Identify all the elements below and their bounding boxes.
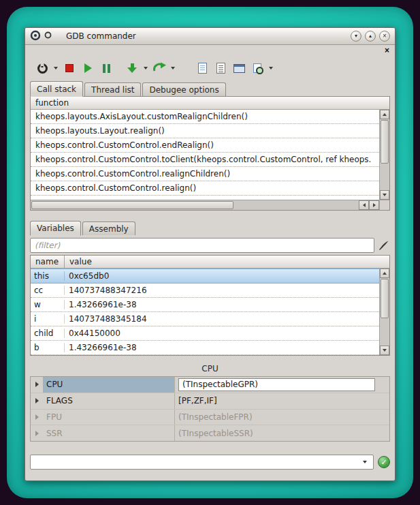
call-stack-row[interactable]: kheops.layouts.AxisLayout.customRealignC… <box>31 110 379 124</box>
middle-tab-bar: Variables Assembly <box>25 220 395 235</box>
stop-button[interactable] <box>61 59 78 78</box>
chevron-down-icon <box>363 461 367 463</box>
call-stack-row[interactable]: kheops.control.CustomControl.realignChil… <box>31 167 379 181</box>
chevron-right-icon <box>35 382 39 387</box>
call-stack-row[interactable]: kheops.control.CustomControl.endRealign(… <box>31 138 379 153</box>
scroll-down-button[interactable] <box>380 190 389 200</box>
scroll-right-button[interactable] <box>369 200 379 210</box>
step-over-button[interactable] <box>150 59 168 78</box>
variable-row[interactable]: this 0xc65db0 <box>31 269 379 284</box>
power-dropdown[interactable] <box>52 59 60 78</box>
expander-button[interactable] <box>31 382 43 387</box>
chevron-down-icon <box>54 67 58 70</box>
section-gap <box>25 442 395 455</box>
window-menu-icon[interactable] <box>44 31 52 41</box>
cpu-value-input[interactable] <box>178 378 375 391</box>
variable-row[interactable]: child 0x44150000 <box>31 326 379 341</box>
step-over-dropdown[interactable] <box>169 59 177 78</box>
scroll-up-button[interactable] <box>380 110 389 119</box>
scroll-down-button[interactable] <box>380 346 389 355</box>
command-combobox[interactable] <box>30 455 374 470</box>
variable-name: cc <box>31 286 65 295</box>
cpu-row[interactable]: FPU (TInspectableFPR) <box>31 410 389 426</box>
document-magnifier-icon <box>253 63 261 73</box>
column-header-function[interactable]: function <box>31 97 74 109</box>
inspect-dropdown[interactable] <box>267 59 275 78</box>
scroll-track[interactable] <box>380 164 389 190</box>
call-stack-row[interactable]: kheops.control.CustomControl.realign() <box>31 181 379 196</box>
arrow-up-icon <box>383 272 387 275</box>
expander-button[interactable] <box>31 398 43 403</box>
call-stack-row[interactable]: kheops.control.CustomControl.toClient(kh… <box>31 153 379 167</box>
cpu-row-label[interactable]: CPU <box>43 377 174 393</box>
cpu-row[interactable]: SSR (TInspectableSSR) <box>31 425 389 441</box>
pause-button[interactable] <box>97 59 115 78</box>
cpu-row[interactable]: FLAGS [PF,ZF,IF] <box>31 393 389 410</box>
maximize-button[interactable]: ▴ <box>365 31 376 42</box>
column-header-value[interactable]: value <box>65 256 97 268</box>
cpu-row-value: (TInspectableSSR) <box>174 425 389 441</box>
scroll-left-button[interactable] <box>359 200 369 210</box>
cpu-row-label[interactable]: SSR <box>43 425 174 441</box>
watch-document-button[interactable] <box>193 59 211 78</box>
variable-value: 0x44150000 <box>65 328 379 338</box>
pen-icon[interactable] <box>378 239 390 251</box>
debug-toolbar <box>25 56 395 80</box>
power-button[interactable] <box>33 59 51 78</box>
variable-value: 1.43266961e-38 <box>65 300 379 309</box>
variable-row[interactable]: cc 140737488347216 <box>31 284 379 298</box>
tab-thread-list[interactable]: Thread list <box>84 82 141 96</box>
call-stack-horizontal-scrollbar[interactable] <box>31 200 379 210</box>
dock-close-icon: × <box>385 46 389 55</box>
scroll-up-button[interactable] <box>380 269 389 278</box>
cpu-row-label[interactable]: FPU <box>43 410 174 425</box>
variables-vertical-scrollbar[interactable] <box>379 269 389 355</box>
cpu-row-label[interactable]: FLAGS <box>43 393 174 409</box>
report-button[interactable] <box>212 59 229 78</box>
command-input[interactable] <box>34 457 360 467</box>
cpu-row-value: (TInspectableFPR) <box>174 410 389 425</box>
tab-label: Call stack <box>37 85 76 94</box>
document-icon <box>198 63 207 74</box>
call-stack-panel: function kheops.layouts.AxisLayout.custo… <box>30 96 390 211</box>
frame-text: kheops.layouts.Layout.realign() <box>35 126 165 136</box>
monitor-button[interactable] <box>230 59 248 78</box>
step-into-dropdown[interactable] <box>142 59 150 78</box>
close-button[interactable]: × <box>379 31 390 42</box>
step-into-button[interactable] <box>123 59 141 78</box>
expander-button[interactable] <box>31 414 43 420</box>
tab-assembly[interactable]: Assembly <box>82 221 135 235</box>
tab-call-stack[interactable]: Call stack <box>30 81 83 97</box>
scroll-track[interactable] <box>234 200 359 210</box>
scrollbar-corner <box>379 200 389 210</box>
power-icon <box>37 63 48 74</box>
confirm-button[interactable]: ✓ <box>378 456 390 468</box>
minimize-button[interactable]: ▾ <box>351 31 361 42</box>
scroll-thumb[interactable] <box>31 201 233 209</box>
window-frame-icon <box>233 64 245 73</box>
frame-text: kheops.control.CustomControl.endRealign(… <box>35 140 214 150</box>
cpu-row[interactable]: CPU <box>31 377 389 393</box>
frame-text: kheops.layouts.AxisLayout.customRealignC… <box>35 112 248 121</box>
column-header-name[interactable]: name <box>31 256 65 268</box>
scroll-track[interactable] <box>380 319 389 346</box>
inspect-button[interactable] <box>248 59 266 78</box>
variable-name: this <box>31 271 65 281</box>
scroll-thumb[interactable] <box>381 279 389 318</box>
expander-button[interactable] <box>31 431 43 436</box>
cpu-group-title: CPU <box>30 364 390 376</box>
scroll-thumb[interactable] <box>381 120 389 164</box>
call-stack-vertical-scrollbar[interactable] <box>379 110 389 200</box>
dock-close-button[interactable]: × <box>385 46 389 55</box>
run-button[interactable] <box>79 59 97 78</box>
tab-variables[interactable]: Variables <box>30 221 81 236</box>
call-stack-row[interactable]: kheops.layouts.Layout.realign() <box>31 124 379 138</box>
combo-dropdown-button[interactable] <box>360 455 370 469</box>
tab-debugee-options[interactable]: Debugee options <box>142 82 225 96</box>
titlebar[interactable]: GDB commander ▾ ▴ × <box>25 28 395 45</box>
variable-row[interactable]: b 1.43266961e-38 <box>31 341 379 355</box>
variable-row[interactable]: w 1.43266961e-38 <box>31 298 379 312</box>
chevron-right-icon <box>35 398 39 403</box>
variable-row[interactable]: i 140737488345184 <box>31 312 379 326</box>
filter-input[interactable] <box>30 238 374 253</box>
